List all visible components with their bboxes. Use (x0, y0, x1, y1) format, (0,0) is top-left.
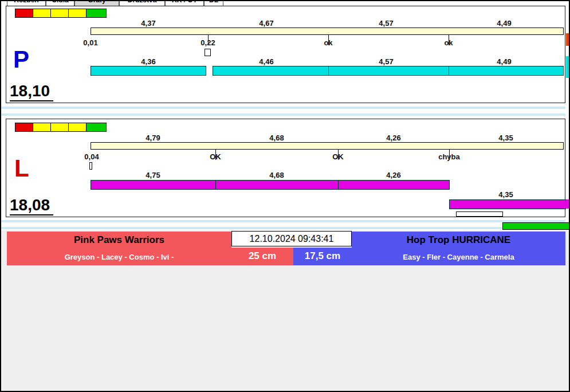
dog-time-label: 4,46 (249, 57, 284, 66)
team-left-header: Pink Paws Warriors (7, 232, 231, 248)
team-left-dogs: Greyson - Lacey - Cosmo - Ivi - (7, 253, 231, 261)
lane-total-p: 18,10 (10, 83, 53, 101)
split-time-label: 4,79 (136, 134, 170, 142)
light-yellow-icon (68, 9, 87, 18)
p-run-bar-segment-3 (328, 66, 449, 76)
jump-height-left: 25 cm (231, 250, 293, 262)
light-yellow-icon (33, 123, 51, 132)
lane-letter-l: L (14, 156, 29, 181)
jump-height-right: 17,5 cm (293, 250, 352, 262)
split-time-label: 4,37 (131, 19, 166, 28)
edge-fragment (566, 56, 570, 78)
lane-total-l: 18,08 (10, 197, 53, 215)
fault-marker-box (89, 162, 92, 170)
team-right-dogs: Easy - Fler - Cayenne - Carmela (352, 253, 565, 261)
edge-fragment (566, 199, 570, 209)
light-red-icon (15, 9, 33, 18)
late-dog-time-label: 4,35 (489, 190, 523, 199)
change-label: ok (311, 38, 345, 47)
separator-strip (1, 113, 565, 116)
start-lights-l (15, 123, 107, 132)
timestamp-box: 12.10.2024 09:43:41 (231, 231, 352, 246)
fault-marker-box (205, 49, 211, 56)
p-run-bar-segment-4 (449, 66, 564, 76)
light-yellow-icon (50, 9, 69, 18)
split-time-label: 4,35 (489, 134, 523, 142)
split-time-label: 4,67 (249, 19, 284, 28)
dog-time-label: 4,26 (376, 171, 411, 179)
change-label: 0,04 (74, 152, 109, 161)
lane-panel-l: 4,79 4,68 4,26 4,35 0,04 OK OK chyba 4,7… (6, 119, 565, 217)
lane-letter-p: P (13, 48, 29, 72)
team-right-name: Hop Trop HURRICANE (352, 234, 565, 246)
dog-time-label: 4,57 (369, 57, 403, 66)
dog-time-label: 4,68 (260, 171, 294, 179)
dog-time-label: 4,75 (136, 171, 170, 179)
team-right-subheader: 17,5 cm Easy - Fler - Cayenne - Carmela (293, 248, 565, 265)
light-yellow-icon (68, 123, 87, 132)
p-run-bar-segment-1 (91, 66, 206, 76)
split-time-label: 4,68 (260, 134, 294, 142)
l-run-bar-segment-4 (449, 199, 566, 209)
l-run-bar-segment-2 (215, 180, 339, 190)
team-right-header: Hop Trop HURRICANE (352, 232, 565, 248)
app-window: Rozbeh Cidla Grafy Druzstva RR / OT DL 4… (0, 0, 570, 392)
separator-strip (1, 227, 565, 229)
light-yellow-icon (50, 123, 69, 132)
team-left-name: Pink Paws Warriors (7, 234, 231, 246)
dog-time-label: 4,49 (487, 57, 521, 66)
split-time-label: 4,49 (487, 19, 521, 28)
separator-strip (1, 107, 565, 109)
split-time-label: 4,57 (369, 19, 403, 28)
light-green-icon (86, 9, 107, 18)
light-red-icon (15, 123, 33, 132)
split-time-label: 4,26 (376, 134, 411, 142)
l-run-bar-segment-1 (91, 180, 216, 190)
results-area: Pink Paws Warriors 12.10.2024 09:43:41 H… (1, 230, 570, 392)
change-label: OK (321, 152, 355, 161)
separator-strip (1, 220, 565, 222)
l-run-bar-segment-3 (338, 180, 450, 190)
l-split-bar (91, 142, 564, 150)
change-label: chyba (432, 152, 466, 161)
p-run-bar-segment-2 (213, 66, 329, 76)
team-left-subheader: Greyson - Lacey - Cosmo - Ivi - 25 cm (7, 248, 293, 265)
start-lights-p (15, 9, 107, 18)
change-label: OK (198, 152, 233, 161)
change-label: 0,01 (73, 38, 108, 47)
lane-panel-p: 4,37 4,67 4,57 4,49 0,01 0,22 ok ok 4,36… (6, 6, 565, 103)
light-yellow-icon (33, 9, 51, 18)
edge-fragment (566, 33, 570, 46)
light-green-icon (86, 123, 107, 132)
p-split-bar (91, 28, 564, 35)
change-label: 0,22 (191, 38, 225, 47)
extra-green-bar (502, 222, 570, 230)
dog-time-label: 4,36 (131, 57, 166, 66)
change-label: ok (431, 38, 466, 47)
fault-marker-box (456, 211, 503, 217)
